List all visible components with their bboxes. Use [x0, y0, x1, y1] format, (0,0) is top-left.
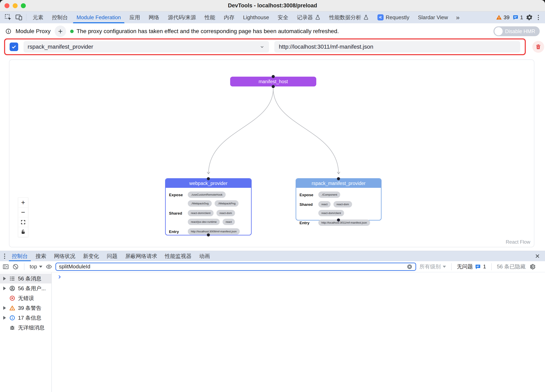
entry-tag: http://localhost:3011/mf-manifest.json	[318, 219, 370, 226]
node-handle	[337, 218, 340, 222]
node-manifest-host[interactable]: manifest_host	[230, 77, 316, 86]
divider	[24, 263, 24, 270]
hidden-messages-count: 56 条已隐藏	[497, 263, 526, 270]
message-icon	[475, 264, 481, 270]
fit-view-button[interactable]	[18, 217, 28, 227]
expose-tag: ./Component	[318, 192, 340, 198]
shared-row: Shared react-dom/client react-dom react/…	[169, 210, 248, 225]
expose-tag: ./WebpackSvg	[188, 200, 212, 207]
kebab-menu-icon[interactable]	[536, 15, 541, 20]
warnings-badge[interactable]: 39	[496, 14, 510, 21]
node-handle	[272, 85, 275, 88]
module-graph-canvas[interactable]: manifest_host webpack_provider Expose ./…	[9, 60, 534, 247]
clear-filter-icon[interactable]	[407, 264, 413, 270]
inspect-element-icon[interactable]	[4, 13, 13, 22]
sidebar-item-messages[interactable]: 56 条消息	[0, 274, 51, 283]
node-handle	[272, 75, 275, 78]
tab-console[interactable]: 控制台	[48, 12, 72, 23]
requestly-icon	[378, 14, 384, 20]
lock-button[interactable]	[18, 227, 28, 237]
tab-sources[interactable]: 源代码/来源	[164, 12, 200, 23]
tab-network[interactable]: 网络	[144, 12, 164, 23]
console-tab-issues[interactable]: 问题	[103, 251, 121, 261]
status-green-dot	[70, 30, 74, 33]
console-sidebar-toggle-icon[interactable]	[2, 263, 9, 270]
console-settings-gear-icon[interactable]	[529, 263, 536, 270]
proxy-status: The proxy configuration has taken effect…	[70, 28, 339, 35]
tab-requestly[interactable]: Requestly	[373, 12, 414, 23]
tab-module-federation[interactable]: Module Federation	[72, 12, 125, 23]
add-proxy-rule-button[interactable]: +	[55, 25, 66, 37]
settings-gear-icon[interactable]	[526, 14, 533, 21]
tab-slardar-view[interactable]: Slardar View	[414, 12, 452, 23]
tab-application[interactable]: 应用	[125, 12, 144, 23]
caret-right-icon[interactable]	[2, 306, 6, 310]
node-webpack-provider[interactable]: webpack_provider Expose ./useCustomRemot…	[165, 178, 252, 235]
issues-counter[interactable]: 无问题 1	[457, 263, 486, 270]
console-tab-changes[interactable]: 新变化	[79, 251, 103, 261]
console-tab-console[interactable]: 控制台	[8, 251, 32, 261]
manifest-url-input[interactable]	[274, 41, 520, 53]
error-icon	[9, 295, 16, 301]
tab-lighthouse[interactable]: Lighthouse	[239, 12, 273, 23]
delete-rule-button[interactable]	[532, 41, 544, 53]
zoom-out-button[interactable]: −	[18, 207, 28, 217]
drawer-menu-icon[interactable]	[1, 254, 8, 259]
console-filter-box	[56, 263, 416, 271]
rule-enabled-checkbox[interactable]	[10, 42, 18, 51]
tab-recorder[interactable]: 记录器	[292, 12, 325, 23]
sidebar-item-errors[interactable]: 无错误	[0, 293, 51, 303]
console-tab-network-conditions[interactable]: 网络状况	[50, 251, 79, 261]
tab-elements[interactable]: 元素	[28, 12, 48, 23]
provider-select[interactable]: rspack_manifest_provider	[24, 41, 269, 53]
user-icon	[9, 285, 16, 291]
live-expression-eye-icon[interactable]	[46, 263, 52, 270]
console-toolbar: top 所有级别 无问题 1 56 条已隐藏	[0, 261, 545, 272]
log-levels-dropdown[interactable]: 所有级别	[419, 263, 446, 270]
node-handle	[207, 233, 210, 236]
node-rspack-manifest-provider[interactable]: rspack_manifest_provider Expose ./Compon…	[296, 178, 382, 221]
caret-right-icon[interactable]	[2, 316, 6, 320]
context-selector[interactable]: top	[30, 263, 42, 270]
console-messages-pane[interactable]	[52, 272, 545, 392]
tab-memory[interactable]: 内存	[220, 12, 239, 23]
proxy-rule-row: rspack_manifest_provider	[4, 38, 526, 55]
sidebar-item-info[interactable]: 17 条信息	[0, 313, 51, 323]
issues-badge[interactable]: 1	[513, 14, 523, 21]
toggle-label: Disable HMR	[505, 28, 535, 34]
flask-icon	[315, 14, 321, 20]
caret-right-icon[interactable]	[2, 287, 6, 290]
node-title: manifest_host	[259, 79, 288, 84]
tab-performance-insights[interactable]: 性能数据分析	[325, 12, 373, 23]
console-drawer-tabbar: 控制台 搜索 网络状况 新变化 问题 屏蔽网络请求 性能监视器 动画	[0, 251, 545, 261]
console-filter-input[interactable]	[59, 263, 404, 270]
sidebar-item-verbose[interactable]: 无详细消息	[0, 323, 51, 332]
console-prompt-chevron-icon	[57, 274, 62, 280]
clear-console-icon[interactable]	[12, 263, 19, 270]
console-tab-search[interactable]: 搜索	[32, 251, 50, 261]
console-tab-animations[interactable]: 动画	[195, 251, 214, 261]
message-icon	[513, 14, 519, 20]
tab-performance[interactable]: 性能	[200, 12, 220, 23]
console-tab-network-blocking[interactable]: 屏蔽网络请求	[121, 251, 161, 261]
module-proxy-title: Module Proxy	[16, 28, 50, 35]
close-drawer-icon[interactable]	[531, 253, 544, 259]
zoom-in-button[interactable]: +	[18, 198, 28, 207]
disable-hmr-toggle[interactable]: Disable HMR	[493, 26, 540, 36]
sidebar-item-warnings[interactable]: 39 条警告	[0, 303, 51, 313]
more-tabs-button[interactable]: »	[452, 14, 463, 21]
node-handle	[337, 177, 340, 180]
expose-row: Expose ./Component	[299, 192, 378, 198]
tab-security[interactable]: 安全	[273, 12, 292, 23]
expose-tag: ./WebpackPng	[215, 200, 239, 207]
sidebar-item-user-messages[interactable]: 56 条用户...	[0, 283, 51, 293]
console-tab-performance-monitor[interactable]: 性能监视器	[161, 251, 195, 261]
caret-down-icon	[39, 266, 42, 268]
expose-tag: ./useCustomRemoteHook	[188, 192, 226, 198]
react-flow-attribution[interactable]: React Flow	[506, 239, 530, 245]
expose-row: Expose ./useCustomRemoteHook ./WebpackSv…	[169, 192, 248, 207]
flow-controls: + −	[18, 197, 28, 237]
device-toolbar-icon[interactable]	[14, 13, 23, 22]
shared-row: Shared react react-dom react-dom/client	[299, 201, 378, 216]
caret-right-icon[interactable]	[2, 277, 6, 280]
